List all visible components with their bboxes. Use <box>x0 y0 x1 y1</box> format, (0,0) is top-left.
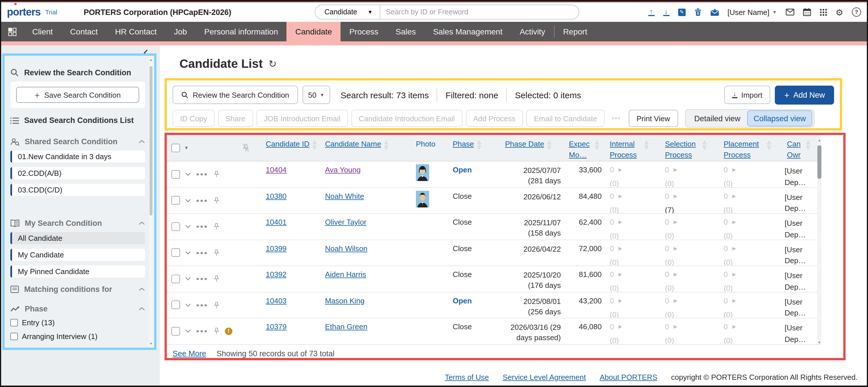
add-new-button[interactable]: + Add New <box>775 85 834 104</box>
sort-icons[interactable]: △▽ <box>595 140 599 150</box>
candidate-photo[interactable] <box>416 164 429 181</box>
process-count[interactable]: 0▶ <box>610 296 661 305</box>
row-more-icon[interactable]: ●●● <box>196 328 208 334</box>
footer-link[interactable]: Service Level Agreement <box>503 373 586 381</box>
bulk-edit-icon[interactable]: ✎ <box>678 8 685 16</box>
select-all-checkbox[interactable] <box>172 144 180 152</box>
unpin-all-icon[interactable] <box>242 144 250 152</box>
row-more-icon[interactable]: ●●● <box>196 250 208 256</box>
user-menu[interactable]: [User Name] ▼ <box>727 8 777 16</box>
candidate-id-link[interactable]: 10399 <box>266 244 286 252</box>
process-count[interactable]: 0▶ <box>665 166 720 174</box>
column-label[interactable]: Can Owr <box>787 139 803 161</box>
pin-icon[interactable] <box>213 249 220 257</box>
row-checkbox[interactable] <box>172 248 180 257</box>
row-checkbox[interactable] <box>172 170 180 179</box>
saved-search-conditions-list[interactable]: Saved Search Conditions List <box>10 116 145 125</box>
row-checkbox[interactable] <box>172 222 180 231</box>
process-count[interactable]: 0▶ <box>610 244 661 252</box>
review-search-condition-button[interactable]: Review the Search Condition <box>173 85 298 104</box>
process-count[interactable]: 0▶ <box>724 322 784 331</box>
pin-icon[interactable] <box>213 275 220 283</box>
bulk-action-button[interactable]: Email to Candidate <box>527 110 605 127</box>
candidate-name-link[interactable]: Ava Young <box>325 166 361 174</box>
scrollbar-thumb[interactable] <box>150 66 152 215</box>
process-count[interactable]: 0▶ <box>665 191 720 200</box>
calendar-icon[interactable] <box>803 8 811 16</box>
sidebar-item[interactable]: My Candidate <box>10 249 145 261</box>
candidate-name-link[interactable]: Noah Wilson <box>325 244 367 252</box>
process-count[interactable]: 0▶ <box>665 244 720 252</box>
footer-link[interactable]: Terms of Use <box>445 373 489 381</box>
pin-icon[interactable] <box>213 223 220 231</box>
table-row[interactable]: ●●● ! 10380 Noah Wh <box>167 187 820 214</box>
candidate-id-link[interactable]: 10401 <box>266 218 286 226</box>
import-button[interactable]: ↓ Import <box>724 85 771 104</box>
scrollbar-thumb[interactable] <box>817 145 822 179</box>
help-icon[interactable]: ? <box>852 7 861 17</box>
nav-item[interactable]: Contact <box>62 22 107 41</box>
bulk-action-button[interactable]: ID Copy <box>173 110 215 127</box>
process-count[interactable]: 0▶ <box>610 218 661 226</box>
review-search-condition[interactable]: Review the Search Condition <box>10 68 145 77</box>
process-count[interactable]: 0▶ <box>665 296 720 305</box>
process-count[interactable]: 0▶ <box>724 296 784 305</box>
chevron-down-icon[interactable] <box>185 199 191 202</box>
bulk-action-button[interactable]: JOB Introduction Email <box>256 110 348 127</box>
sort-icons[interactable]: △▽ <box>806 140 810 150</box>
nav-item[interactable]: Job <box>165 22 195 41</box>
chevron-down-icon[interactable] <box>185 225 191 228</box>
column-label[interactable]: Candidate Name <box>325 139 381 150</box>
apps-grid-icon[interactable] <box>819 8 827 16</box>
checkbox[interactable] <box>10 319 18 326</box>
process-count[interactable]: 0▶ <box>724 270 784 279</box>
row-checkbox[interactable] <box>172 275 180 283</box>
scroll-down-icon[interactable]: ▼ <box>149 342 153 345</box>
candidate-name-link[interactable]: Mason King <box>325 296 364 305</box>
sidebar-item[interactable]: 01.New Candidate in 3 days <box>10 150 145 163</box>
shared-search-condition-header[interactable]: Shared Search Condition <box>10 137 145 146</box>
table-row[interactable]: ●●● ! 10401 Oliver <box>167 214 820 240</box>
process-count[interactable]: 0▶ <box>665 322 720 331</box>
page-size-select[interactable]: 50 ▼ <box>302 85 330 104</box>
scroll-up-icon[interactable]: ▲ <box>817 139 822 142</box>
chevron-down-icon[interactable] <box>185 173 191 176</box>
chevron-up-icon[interactable] <box>138 140 145 144</box>
upload-icon[interactable]: ↑ <box>648 8 654 16</box>
gear-icon[interactable]: ⚙ <box>836 8 843 16</box>
nav-item[interactable]: HR Contact <box>106 22 165 41</box>
table-row[interactable]: ●●● ! 10399 Noah Wi <box>167 240 820 266</box>
bulk-action-button[interactable]: Add Process <box>466 110 523 127</box>
process-count[interactable]: 0▶ <box>665 218 720 226</box>
scroll-down-icon[interactable]: ▼ <box>817 341 822 344</box>
process-count[interactable]: 0▶ <box>724 244 784 252</box>
sort-icons[interactable]: △▽ <box>645 140 648 150</box>
nav-item[interactable]: Activity <box>511 22 554 41</box>
table-row[interactable]: ●●● ! 10392 Aiden H <box>167 266 820 292</box>
nav-item[interactable]: Candidate <box>287 22 341 41</box>
candidate-name-link[interactable]: Oliver Taylor <box>325 218 366 226</box>
footer-link[interactable]: About PORTERS <box>600 373 657 381</box>
row-more-icon[interactable]: ●●● <box>196 224 208 230</box>
column-label[interactable]: Candidate ID <box>266 139 309 150</box>
pin-icon[interactable] <box>213 170 220 178</box>
candidate-id-link[interactable]: 10404 <box>266 166 286 174</box>
candidate-id-link[interactable]: 10403 <box>266 296 286 305</box>
nav-item[interactable]: Personal information <box>195 22 287 41</box>
row-more-icon[interactable]: ●●● <box>196 302 208 308</box>
column-label[interactable]: Phase Date <box>505 139 544 150</box>
pin-icon[interactable] <box>213 327 220 335</box>
nav-item[interactable]: Report <box>555 22 596 41</box>
nav-item[interactable]: Process <box>341 22 387 41</box>
matching-conditions-header[interactable]: Matching conditions for <box>10 285 145 294</box>
row-more-icon[interactable]: ●●● <box>196 172 208 177</box>
save-search-condition-button[interactable]: + Save Search Condition <box>16 87 139 103</box>
candidate-id-link[interactable]: 10380 <box>266 191 286 200</box>
modules-icon[interactable] <box>1 22 24 41</box>
row-checkbox[interactable] <box>172 301 180 309</box>
sort-icons[interactable]: △▽ <box>767 140 771 150</box>
chevron-up-icon[interactable] <box>138 221 145 225</box>
row-checkbox[interactable] <box>172 196 180 205</box>
sort-icons[interactable]: △▽ <box>477 140 481 150</box>
chevron-down-icon[interactable] <box>185 329 191 333</box>
